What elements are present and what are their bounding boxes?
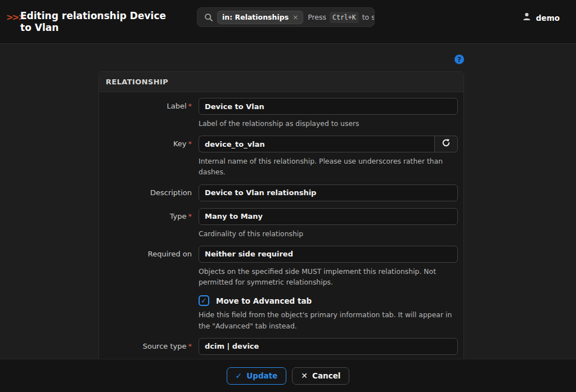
type-help-text: Cardinality of this relationship [199,228,458,239]
advanced-tab-checkbox[interactable]: ✓ [199,295,209,306]
form-row-required-on: Required on Objects on the specified sid… [105,246,458,287]
page-title: Editing relationship Device to Vlan [20,10,179,33]
refresh-icon [442,138,451,150]
form-row-type: Type* Cardinality of this relationship [105,208,458,239]
relationship-form: Label* Label of the relationship as disp… [99,92,464,392]
description-input[interactable] [199,184,458,201]
source-type-select[interactable] [199,338,458,355]
panel-title: RELATIONSHIP [99,72,464,92]
required-marker: * [188,342,192,350]
chip-close-icon[interactable]: × [292,13,298,21]
app-window: >>> Editing relationship Device to Vlan … [0,0,576,392]
help-icon[interactable]: ? [454,55,464,64]
label-input[interactable] [199,98,458,115]
required-marker: * [188,102,192,110]
form-row-key: Key* Inte [105,136,458,177]
required-on-select[interactable] [199,246,458,263]
required-on-help-text: Objects on the specified side MUST imple… [199,266,458,287]
search-filter-label: in: Relationships [222,13,289,21]
key-field-label: Key* [105,136,192,177]
form-row-description: Description [105,184,458,201]
cancel-button[interactable]: ✕ Cancel [292,367,349,385]
ctrl-k-shortcut: Ctrl+K [330,12,359,23]
user-menu[interactable]: demo [522,12,560,24]
user-icon [522,12,532,24]
description-field-label: Description [105,184,192,201]
advanced-tab-checkbox-label[interactable]: Move to Advanced tab [216,296,312,305]
type-select[interactable] [199,208,458,225]
required-marker: * [188,139,192,148]
regenerate-key-button[interactable] [434,136,458,152]
search-filter-chip[interactable]: in: Relationships × [217,11,303,24]
key-input[interactable] [199,136,434,152]
key-help-text: Internal name of this relationship. Plea… [199,156,458,177]
relationship-panel: RELATIONSHIP Label* Label of the relatio… [98,71,464,392]
update-button[interactable]: ✓ Update [227,367,287,385]
close-icon: ✕ [301,371,308,380]
type-field-label: Type* [105,208,192,239]
required-marker: * [188,212,192,220]
username-label: demo [536,13,560,22]
required-on-field-label: Required on [105,246,192,287]
top-navbar: >>> Editing relationship Device to Vlan … [0,0,576,44]
search-placeholder: Press Ctrl+K to search [308,12,375,23]
form-row-label: Label* Label of the relationship as disp… [105,98,458,129]
advanced-tab-help-text: Hide this field from the object's primar… [199,309,458,331]
search-icon [204,13,213,22]
form-row-advanced-ui: ✓ Move to Advanced tab Hide this field f… [105,294,458,331]
label-help-text: Label of the relationship as displayed t… [199,118,458,129]
label-field-label: Label* [105,98,192,129]
check-icon: ✓ [236,371,242,380]
global-search-input[interactable]: in: Relationships × Press Ctrl+K to sear… [197,7,375,27]
form-action-bar: ✓ Update ✕ Cancel [0,359,576,392]
